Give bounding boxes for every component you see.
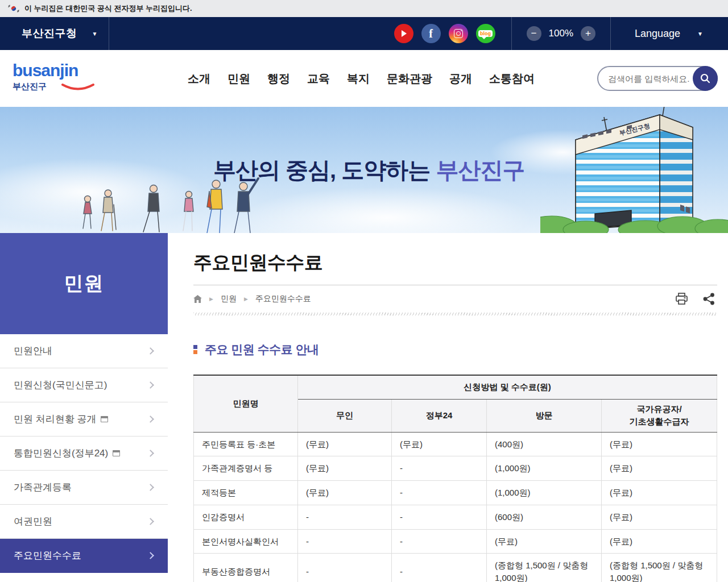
facebook-icon[interactable]: f (421, 24, 441, 43)
bullet-icon (193, 345, 197, 354)
external-link-icon (113, 450, 120, 456)
breadcrumb-arrow-icon: ▶ (244, 296, 248, 302)
sidebar-item-label: 민원신청(국민신문고) (14, 379, 107, 392)
page-title: 주요민원수수료 (193, 250, 717, 276)
logo-wordmark: busanjin (13, 62, 98, 79)
cell-name: 제적등본 (194, 481, 298, 505)
main-navigation: 소개 민원 행정 교육 복지 문화관광 공개 소통참여 (188, 71, 535, 86)
camera-icon (454, 29, 463, 38)
hero-title-highlight: 부산진구 (436, 157, 524, 182)
chevron-right-icon (147, 381, 154, 389)
nav-participation[interactable]: 소통참여 (489, 71, 535, 86)
cell-special: (무료) (602, 481, 717, 505)
search-button[interactable] (693, 66, 718, 91)
nav-culture[interactable]: 문화관광 (387, 71, 432, 86)
page-zoom-controls: − 100% + (512, 17, 610, 50)
language-dropdown[interactable]: Language ▼ (611, 17, 728, 50)
sidebar-item-fees[interactable]: 주요민원수수료 (0, 539, 168, 573)
cell-gov24: (무료) (392, 432, 487, 456)
sidebar-item-gov24[interactable]: 통합민원신청(정부24) (0, 436, 168, 471)
breadcrumb-arrow-icon: ▶ (209, 296, 213, 302)
people-illustration (73, 169, 260, 233)
chevron-right-icon (147, 347, 154, 355)
cell-visit: (400원) (487, 432, 602, 456)
cell-special: (무료) (602, 505, 717, 529)
home-icon[interactable] (193, 295, 202, 303)
hero-banner: 부산의 중심, 도약하는 부산진구 (0, 107, 728, 233)
sidebar-item-passport[interactable]: 여권민원 (0, 505, 168, 539)
cell-visit: (600원) (487, 505, 602, 529)
nav-education[interactable]: 교육 (307, 71, 330, 86)
busanjin-logo[interactable]: busanjin 부산진구 (13, 62, 98, 95)
play-icon (402, 30, 407, 37)
col-header-visit: 방문 (487, 399, 602, 432)
table-row: 본인서명사실확인서 - - (무료) (무료) (194, 529, 717, 554)
chevron-right-icon (147, 415, 154, 423)
cell-special: (무료) (602, 456, 717, 481)
instagram-icon[interactable] (449, 24, 468, 43)
cell-gov24: - (392, 554, 487, 582)
chevron-right-icon (147, 450, 154, 457)
utility-bar: 부산진구청 ▼ f blog − 100% + Language ▼ (0, 17, 728, 50)
cell-unmanned: (무료) (298, 432, 392, 456)
site-header: busanjin 부산진구 소개 민원 행정 교육 복지 문화관광 공개 소통참… (0, 50, 728, 107)
building-illustration: 부산진구청 (540, 107, 728, 233)
main-content: 주요민원수수료 ▶ 민원 ▶ 주요민원수수료 (168, 233, 728, 582)
chevron-right-icon (147, 518, 154, 525)
gov-notice-text: 이 누리집은 대한민국 공식 전자정부 누리집입니다. (24, 3, 192, 14)
sidebar-item-label: 주요민원수수료 (14, 549, 81, 562)
site-selector-dropdown[interactable]: 부산진구청 ▼ (0, 17, 109, 50)
sidebar-item-minwon-apply[interactable]: 민원신청(국민신문고) (0, 368, 168, 402)
share-button[interactable] (703, 293, 715, 305)
sidebar-item-minwon-guide[interactable]: 민원안내 (0, 334, 168, 368)
cell-name: 본인서명사실확인서 (194, 529, 298, 554)
cell-gov24: - (392, 481, 487, 505)
sidebar-item-processing-status[interactable]: 민원 처리현황 공개 (0, 402, 168, 436)
youtube-icon[interactable] (394, 24, 413, 43)
blog-icon[interactable]: blog (476, 24, 495, 43)
cell-special: (종합형 1,500원 / 맞춤형 1,000원) (602, 554, 717, 582)
sidebar-item-label: 가족관계등록 (14, 481, 72, 494)
korean-flag-icon (8, 5, 19, 13)
cell-gov24: - (392, 456, 487, 481)
nav-admin[interactable]: 행정 (267, 71, 290, 86)
chevron-down-icon: ▼ (697, 31, 703, 37)
cell-special: (무료) (602, 432, 717, 456)
search-input[interactable] (608, 74, 693, 84)
cell-visit: (1,000원) (487, 456, 602, 481)
site-search (597, 66, 718, 91)
sidebar: 민원 민원안내 민원신청(국민신문고) 민원 처리현황 공개 통합민원신청(정부… (0, 233, 168, 582)
cell-visit: (종합형 1,500원 / 맞춤형 1,000원) (487, 554, 602, 582)
table-row: 부동산종합증명서 - - (종합형 1,500원 / 맞춤형 1,000원) (… (194, 554, 717, 582)
cell-special: (무료) (602, 529, 717, 554)
cell-unmanned: - (298, 505, 392, 529)
breadcrumb-current[interactable]: 주요민원수수료 (255, 294, 311, 304)
nav-disclosure[interactable]: 공개 (449, 71, 472, 86)
nav-intro[interactable]: 소개 (188, 71, 210, 86)
cell-unmanned: - (298, 554, 392, 582)
zoom-level-value: 100% (549, 28, 573, 39)
col-header-group: 신청방법 및 수수료(원) (298, 375, 717, 399)
external-link-icon (101, 416, 108, 422)
breadcrumb-minwon[interactable]: 민원 (221, 294, 237, 304)
cell-unmanned: (무료) (298, 481, 392, 505)
table-row: 주민등록표 등·초본 (무료) (무료) (400원) (무료) (194, 432, 717, 456)
zoom-in-button[interactable]: + (581, 26, 595, 41)
col-header-special: 국가유공자/ 기초생활수급자 (602, 399, 717, 432)
cell-gov24: - (392, 505, 487, 529)
facebook-letter: f (429, 27, 433, 40)
cell-visit: (무료) (487, 529, 602, 554)
cell-name: 부동산종합증명서 (194, 554, 298, 582)
chevron-right-icon (147, 552, 154, 559)
blog-badge: blog (478, 30, 493, 37)
nav-welfare[interactable]: 복지 (347, 71, 370, 86)
zoom-out-button[interactable]: − (527, 26, 541, 41)
col-header-unmanned: 무인 (298, 399, 392, 432)
print-button[interactable] (675, 293, 688, 305)
cell-visit: (1,000원) (487, 481, 602, 505)
hatched-divider (193, 313, 717, 315)
logo-smile-arc (60, 83, 96, 92)
print-icon (675, 293, 688, 305)
sidebar-item-family-register[interactable]: 가족관계등록 (0, 471, 168, 505)
nav-minwon[interactable]: 민원 (228, 71, 250, 86)
